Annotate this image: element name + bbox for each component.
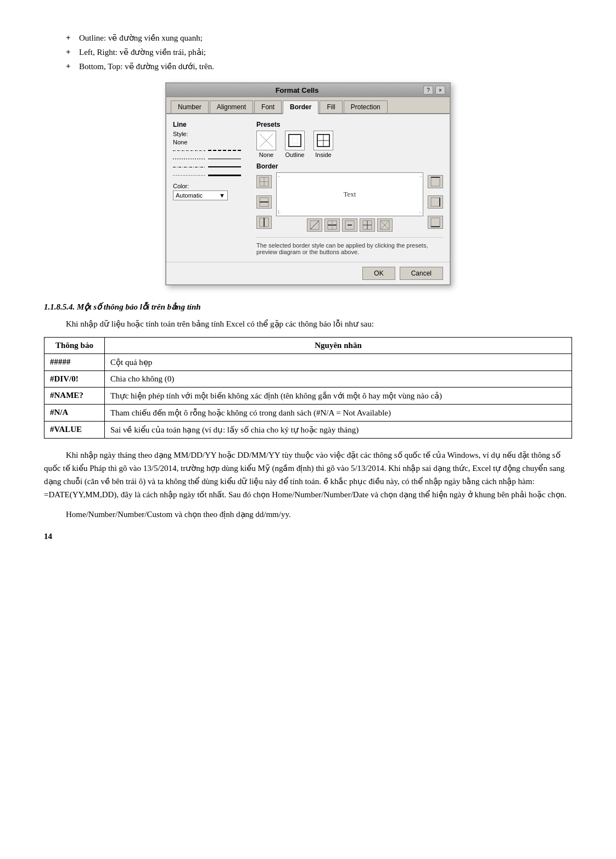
corner-tl: ⌐ [278, 174, 281, 179]
line-sample-8 [208, 172, 241, 178]
error-reason-2: Thực hiện phép tính với một biến không x… [105, 388, 572, 405]
line-row-1[interactable] [173, 147, 250, 154]
dialog-wrapper: Format Cells ? × Number Alignment Font B… [44, 82, 572, 285]
body-para-1: Khi nhập ngày tháng theo dạng MM/DD/YY h… [44, 448, 572, 501]
close-button[interactable]: × [435, 86, 445, 94]
corner-br: ⌐ [419, 210, 422, 215]
line-styles [173, 147, 250, 178]
help-button[interactable]: ? [423, 86, 433, 94]
svg-rect-31 [431, 218, 440, 227]
table-row: #DIV/0!Chia cho không (0) [44, 371, 572, 388]
error-reason-4: Sai về kiểu của toán hạng (ví dụ: lấy số… [105, 422, 572, 439]
presets-row: None Outline [256, 131, 443, 158]
svg-rect-29 [431, 198, 440, 206]
corner-tr: ¬ [419, 174, 422, 179]
border-btn-tr[interactable] [428, 175, 443, 188]
tab-alignment[interactable]: Alignment [210, 100, 253, 113]
bullet-text-2: Left, Right: vẽ đường viền trái, phải; [79, 47, 206, 57]
border-btn-center[interactable] [342, 218, 357, 232]
format-cells-dialog: Format Cells ? × Number Alignment Font B… [165, 82, 451, 285]
dialog-title: Format Cells [171, 86, 423, 94]
col-header-nguyennhan: Nguyên nhân [105, 338, 572, 354]
dialog-action-buttons: OK Cancel [166, 262, 450, 284]
dropdown-arrow-icon: ▼ [219, 192, 225, 199]
cancel-button[interactable]: Cancel [400, 267, 443, 280]
dialog-tabs: Number Alignment Font Border Fill Protec… [166, 97, 450, 114]
line-sample-5 [173, 164, 206, 170]
preset-inside[interactable]: Inside [313, 131, 333, 158]
bullet-text-1: Outline: vẽ đường viền xung quanh; [79, 33, 203, 43]
border-content: Line Style: None [173, 121, 443, 255]
border-btn-diag2[interactable] [377, 218, 393, 232]
line-row-2[interactable] [173, 155, 250, 162]
border-btn-bottom-left[interactable] [256, 216, 272, 229]
error-reason-1: Chia cho không (0) [105, 371, 572, 388]
ok-button[interactable]: OK [362, 267, 395, 280]
error-table: Thông báo Nguyên nhân #####Cột quá hẹp#D… [44, 337, 572, 439]
preset-none-label: None [259, 151, 273, 158]
border-buttons-right [428, 172, 443, 232]
error-reason-0: Cột quá hẹp [105, 354, 572, 371]
svg-line-15 [310, 221, 319, 229]
svg-rect-3 [292, 138, 298, 143]
preset-none-icon[interactable] [256, 131, 276, 150]
preset-none[interactable]: None [256, 131, 276, 158]
section-heading: 1.1.8.5.4. Một số thông báo lỗi trên bản… [44, 302, 572, 312]
tab-number[interactable]: Number [171, 100, 209, 113]
border-buttons-left [256, 172, 272, 232]
tab-border[interactable]: Border [283, 100, 318, 114]
dialog-titlebar: Format Cells ? × [166, 83, 450, 97]
style-label: Style: [173, 131, 250, 137]
tab-font[interactable]: Font [254, 100, 282, 113]
line-sample-4 [208, 155, 241, 162]
preset-outline-icon[interactable] [285, 131, 305, 150]
bullet-plus-2: + [66, 47, 74, 57]
error-code-0: ##### [44, 354, 105, 371]
border-btn-mr[interactable] [428, 195, 443, 209]
dialog-footer-note: The selected border style can be applied… [256, 237, 443, 255]
line-row-3[interactable] [173, 164, 250, 170]
table-row: #NAME?Thực hiện phép tính với một biến k… [44, 388, 572, 405]
list-item-1: + Outline: vẽ đường viền xung quanh; [66, 33, 572, 43]
list-item-3: + Bottom, Top: vẽ đường viền dưới, trên. [66, 61, 572, 71]
tab-protection[interactable]: Protection [344, 100, 388, 113]
table-header-row: Thông báo Nguyên nhân [44, 338, 572, 354]
line-sample-6 [208, 164, 241, 170]
bullet-plus-1: + [66, 33, 74, 42]
line-sample-3 [173, 155, 206, 162]
line-sample-7 [173, 172, 206, 178]
border-preview-wrapper: ⌐ ¬ Text L ⌐ [256, 172, 443, 232]
preset-inside-icon[interactable] [313, 131, 333, 150]
dialog-controls: ? × [423, 86, 445, 94]
preset-outline-label: Outline [285, 151, 305, 158]
presets-label: Presets [256, 121, 443, 128]
error-code-2: #NAME? [44, 388, 105, 405]
bullet-text-3: Bottom, Top: vẽ đường viền dưới, trên. [79, 61, 214, 71]
intro-para: Khi nhập dữ liệu hoặc tính toán trên bản… [44, 317, 572, 330]
list-item-2: + Left, Right: vẽ đường viền trái, phải; [66, 47, 572, 57]
border-section-label: Border [256, 162, 443, 170]
bullet-list: + Outline: vẽ đường viền xung quanh; + L… [44, 33, 572, 71]
error-code-4: #VALUE [44, 422, 105, 439]
tab-fill[interactable]: Fill [320, 100, 342, 113]
color-value: Automatic [176, 192, 203, 199]
border-btn-middle-left[interactable] [256, 195, 272, 209]
table-row: #VALUESai về kiểu của toán hạng (ví dụ: … [44, 422, 572, 439]
page-number: 14 [44, 532, 572, 541]
line-row-4[interactable] [173, 172, 250, 178]
table-row: #N/ATham chiếu đến một ô rỗng hoặc không… [44, 405, 572, 422]
color-dropdown[interactable]: Automatic ▼ [173, 190, 228, 200]
border-btn-top-left[interactable] [256, 175, 272, 188]
border-btn-diag1[interactable] [307, 218, 322, 232]
error-code-1: #DIV/0! [44, 371, 105, 388]
error-reason-3: Tham chiếu đến một ô rỗng hoặc không có … [105, 405, 572, 422]
bullet-plus-3: + [66, 61, 74, 71]
line-sample-1 [173, 147, 206, 154]
border-btn-br[interactable] [428, 216, 443, 229]
color-section: Color: Automatic ▼ [173, 183, 250, 200]
border-btn-all[interactable] [360, 218, 375, 232]
preset-outline[interactable]: Outline [285, 131, 305, 158]
corner-bl: L [278, 210, 281, 215]
border-buttons-bottom [276, 218, 423, 232]
border-btn-bottom[interactable] [324, 218, 340, 232]
